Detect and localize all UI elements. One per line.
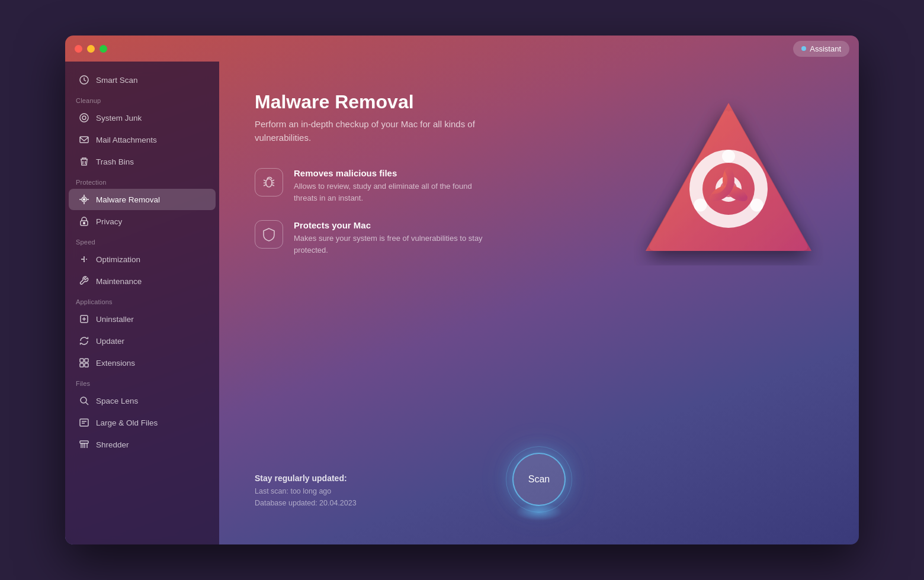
svg-rect-18 [80, 441, 88, 443]
feature-2-text: Protects your Mac Makes sure your system… [294, 220, 495, 256]
sidebar-item-trash-bins[interactable]: Trash Bins [69, 151, 216, 172]
svg-line-24 [272, 180, 274, 181]
sidebar-item-privacy[interactable]: Privacy [69, 211, 216, 232]
cleanup-section-label: Cleanup [65, 91, 219, 107]
svg-point-5 [84, 199, 85, 201]
svg-line-21 [264, 180, 266, 181]
sidebar: Smart Scan Cleanup System Junk [65, 62, 219, 544]
app-window: Assistant Smart Scan Cleanup [65, 36, 859, 544]
maintenance-label: Maintenance [96, 277, 142, 286]
biohazard-illustration [634, 85, 823, 275]
svg-point-1 [80, 114, 88, 122]
feature-2-desc: Makes sure your system is free of vulner… [294, 233, 495, 256]
assistant-label: Assistant [810, 44, 841, 53]
applications-section-label: Applications [65, 292, 219, 308]
mail-icon [78, 134, 90, 146]
svg-rect-14 [85, 363, 88, 367]
feature-1-title: Removes malicious files [294, 168, 495, 178]
svg-line-16 [86, 402, 88, 405]
sidebar-item-mail-attachments[interactable]: Mail Attachments [69, 129, 216, 150]
svg-rect-13 [80, 363, 84, 367]
privacy-label: Privacy [96, 217, 122, 226]
feature-1-desc: Allows to review, study and eliminate al… [294, 181, 495, 204]
svg-rect-12 [85, 359, 88, 362]
trash-icon [78, 156, 90, 167]
smart-scan-label: Smart Scan [96, 76, 138, 85]
svg-point-15 [81, 397, 86, 403]
sidebar-item-updater[interactable]: Updater [69, 330, 216, 352]
sidebar-item-uninstaller[interactable]: Uninstaller [69, 308, 216, 330]
sidebar-item-optimization[interactable]: Optimization [69, 249, 216, 270]
shield-icon-wrap [255, 220, 283, 249]
svg-rect-3 [80, 137, 88, 143]
title-bar: Assistant [65, 36, 859, 62]
assistant-button[interactable]: Assistant [793, 41, 849, 57]
space-lens-label: Space Lens [96, 397, 138, 405]
mail-attachments-label: Mail Attachments [96, 136, 157, 144]
page-subtitle: Perform an in-depth checkup of your Mac … [255, 118, 480, 144]
malware-icon [78, 194, 90, 205]
scan-button-wrap: Scan [512, 453, 566, 521]
speed-section-label: Speed [65, 233, 219, 248]
shredder-label: Shredder [96, 440, 129, 449]
feature-1-text: Removes malicious files Allows to review… [294, 168, 495, 204]
large-files-icon [78, 417, 90, 428]
updater-icon [78, 335, 90, 347]
system-junk-label: System Junk [96, 114, 142, 123]
extensions-label: Extensions [96, 359, 135, 368]
sidebar-item-malware-removal[interactable]: Malware Removal [69, 189, 216, 210]
main-area: Smart Scan Cleanup System Junk [65, 62, 859, 544]
svg-line-23 [264, 185, 266, 186]
files-section-label: Files [65, 374, 219, 389]
svg-point-7 [84, 223, 85, 224]
space-lens-icon [78, 395, 90, 407]
updater-label: Updater [96, 337, 124, 346]
system-junk-icon [78, 112, 90, 124]
uninstaller-label: Uninstaller [96, 315, 134, 324]
sidebar-item-space-lens[interactable]: Space Lens [69, 390, 216, 411]
shredder-icon [78, 439, 90, 450]
sidebar-item-system-junk[interactable]: System Junk [69, 107, 216, 128]
sidebar-item-maintenance[interactable]: Maintenance [69, 270, 216, 292]
scan-button[interactable]: Scan [512, 453, 566, 506]
smart-scan-icon [78, 74, 90, 86]
extensions-icon [78, 357, 90, 369]
optimization-label: Optimization [96, 255, 140, 264]
traffic-lights [75, 45, 107, 53]
sidebar-item-large-old-files[interactable]: Large & Old Files [69, 412, 216, 433]
svg-point-20 [266, 179, 272, 187]
maintenance-icon [78, 275, 90, 287]
assistant-dot-icon [801, 46, 806, 51]
protection-section-label: Protection [65, 173, 219, 188]
uninstaller-icon [78, 313, 90, 325]
feature-2-title: Protects your Mac [294, 220, 495, 230]
svg-line-26 [272, 185, 274, 186]
trash-bins-label: Trash Bins [96, 157, 134, 166]
bug-icon-wrap [255, 168, 283, 196]
content-area: Malware Removal Perform an in-depth chec… [219, 62, 859, 544]
minimize-button[interactable] [87, 45, 95, 53]
sidebar-item-extensions[interactable]: Extensions [69, 352, 216, 373]
privacy-icon [78, 215, 90, 227]
sidebar-item-smart-scan[interactable]: Smart Scan [69, 69, 216, 91]
maximize-button[interactable] [100, 45, 107, 53]
malware-removal-label: Malware Removal [96, 195, 160, 204]
close-button[interactable] [75, 45, 82, 53]
svg-point-2 [82, 116, 86, 120]
svg-rect-11 [80, 359, 84, 362]
svg-rect-17 [80, 419, 88, 426]
large-old-files-label: Large & Old Files [96, 418, 158, 427]
sidebar-item-shredder[interactable]: Shredder [69, 434, 216, 455]
optimization-icon [78, 253, 90, 265]
